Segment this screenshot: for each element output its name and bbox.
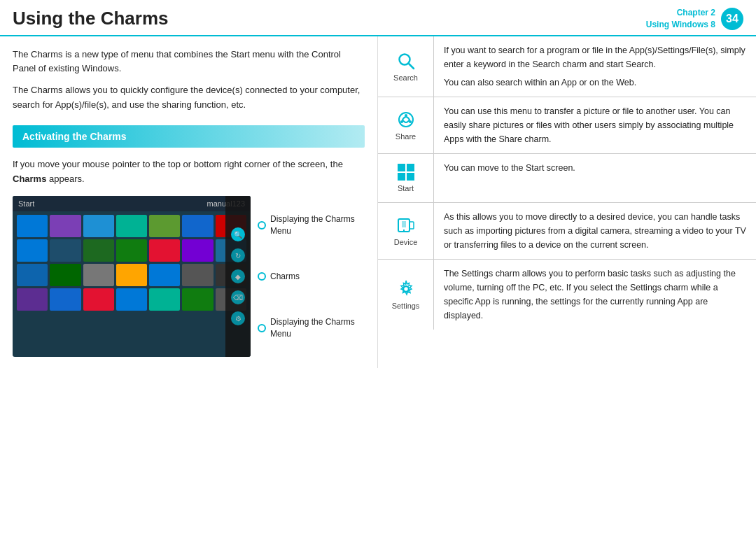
svg-point-3 — [405, 114, 407, 117]
tile-music — [149, 239, 180, 262]
charm-row-search: SearchIf you want to search for a progra… — [378, 36, 756, 97]
chapter-number: 34 — [721, 8, 743, 30]
right-column: SearchIf you want to search for a progra… — [378, 36, 756, 369]
tile-desktop — [50, 264, 80, 286]
charm-icon-cell-share: Share — [378, 97, 434, 153]
callout-dot-2 — [258, 272, 266, 281]
charm-device-icon: ⌫ — [231, 290, 245, 304]
svg-rect-9 — [407, 173, 414, 181]
charm-label-start: Start — [398, 184, 414, 192]
taskbar-start: Start — [18, 199, 34, 208]
charm-row-share: ShareYou can use this menu to transfer a… — [378, 97, 756, 154]
charm-desc-p1-search: If you want to search for a program or f… — [444, 43, 746, 71]
tile-video — [182, 239, 213, 262]
charm-desc-start: You can move to the Start screen. — [434, 154, 756, 202]
win8-screen: Start manual123 — [13, 196, 251, 357]
activation-end: appears. — [46, 174, 84, 184]
intro-text-2: The Charms allows you to quickly configu… — [13, 83, 365, 113]
charm-desc-p1-share: You can use this menu to transfer a pict… — [444, 104, 746, 146]
win8-taskbar: Start manual123 — [13, 196, 251, 211]
svg-rect-7 — [407, 164, 414, 171]
callout-item-3: Displaying the Charms Menu — [258, 316, 365, 340]
charm-icon-cell-search: Search — [378, 36, 434, 97]
charm-start-icon: ◆ — [231, 269, 245, 283]
tile-r3c2 — [50, 288, 80, 311]
charm-desc-p2-search: You can also search within an App or on … — [444, 76, 746, 90]
tile-camera — [83, 264, 114, 286]
charm-row-device: DeviceAs this allows you to move directl… — [378, 203, 756, 260]
callout-item-2: Charms — [258, 271, 365, 283]
charm-icon-cell-settings: Settings — [378, 260, 434, 330]
tile-r3c6 — [182, 288, 213, 311]
tile-photos — [182, 215, 213, 237]
charm-label-settings: Settings — [392, 302, 420, 310]
charm-label-device: Device — [394, 238, 418, 246]
charm-desc-p1-device: As this allows you to move directly to a… — [444, 210, 746, 252]
svg-line-1 — [408, 63, 414, 69]
search-icon — [396, 51, 416, 71]
tile-r3c1 — [17, 288, 48, 311]
start-icon — [397, 163, 415, 181]
activation-plain: If you move your mouse pointer to the to… — [13, 159, 343, 169]
charm-label-search: Search — [393, 73, 418, 82]
charm-desc-p1-settings: The Settings charm allows you to perform… — [444, 267, 746, 323]
tile-r3c3 — [83, 288, 114, 311]
svg-point-5 — [400, 120, 403, 123]
charm-row-start: StartYou can move to the Start screen. — [378, 154, 756, 203]
callout-area: Displaying the Charms Menu Charms Displa… — [258, 196, 365, 357]
callout-item-1: Displaying the Charms Menu — [258, 213, 365, 237]
charm-share-icon: ↻ — [231, 248, 245, 262]
screenshot-area: Start manual123 — [13, 196, 365, 357]
charm-icon-cell-device: Device — [378, 203, 434, 259]
tile-xbox — [116, 239, 147, 262]
tile-messenger — [17, 264, 48, 286]
tile-r3c4 — [116, 288, 147, 311]
charm-desc-search: If you want to search for a program or f… — [434, 36, 756, 97]
tile-finance — [50, 239, 80, 262]
chapter-label: Chapter 2 — [646, 7, 715, 19]
settings-icon — [396, 279, 416, 299]
tile-calendar — [50, 215, 80, 237]
share-icon — [396, 110, 416, 129]
svg-point-14 — [403, 286, 409, 292]
charm-icon-cell-start: Start — [378, 154, 434, 202]
svg-rect-11 — [402, 221, 406, 227]
left-column: The Charms is a new type of menu that co… — [0, 36, 378, 369]
charm-settings-icon: ⚙ — [231, 311, 245, 325]
tile-skydrive — [149, 264, 180, 286]
tile-apps — [182, 264, 213, 286]
device-icon — [396, 216, 416, 235]
tile-mail — [17, 215, 48, 237]
chapter-sub: Using Windows 8 — [646, 19, 715, 31]
activation-bold: Charms — [13, 174, 46, 184]
section-heading: Activating the Charms — [13, 125, 365, 148]
page-title: Using the Charms — [13, 8, 169, 29]
charm-desc-p1-start: You can move to the Start screen. — [444, 161, 746, 175]
charms-bar: 🔍 ↻ ◆ ⌫ ⚙ — [225, 196, 251, 357]
callout-text-1: Displaying the Charms Menu — [270, 213, 365, 237]
charm-desc-share: You can use this menu to transfer a pict… — [434, 97, 756, 153]
charm-desc-settings: The Settings charm allows you to perform… — [434, 260, 756, 330]
svg-point-4 — [409, 120, 412, 123]
charm-desc-device: As this allows you to move directly to a… — [434, 203, 756, 259]
activation-text: If you move your mouse pointer to the to… — [13, 157, 365, 187]
tile-games — [83, 239, 114, 262]
tile-bing — [116, 264, 147, 286]
intro-text-1: The Charms is a new type of menu that co… — [13, 48, 365, 77]
chapter-info: Chapter 2 Using Windows 8 34 — [646, 7, 743, 31]
tile-people — [17, 239, 48, 262]
tile-r3c5 — [149, 288, 180, 311]
callout-text-3: Displaying the Charms Menu — [270, 316, 365, 340]
charm-label-share: Share — [396, 132, 416, 141]
charm-row-settings: SettingsThe Settings charm allows you to… — [378, 260, 756, 330]
callout-dot-1 — [258, 221, 266, 230]
tile-store — [116, 215, 147, 237]
callout-text-2: Charms — [270, 271, 300, 283]
tiles-grid — [13, 211, 251, 314]
main-content: The Charms is a new type of menu that co… — [0, 36, 756, 369]
svg-rect-8 — [398, 173, 405, 181]
tile-maps — [149, 215, 180, 237]
tile-ie — [83, 215, 114, 237]
charm-search-icon: 🔍 — [231, 227, 245, 241]
svg-rect-6 — [398, 164, 405, 171]
